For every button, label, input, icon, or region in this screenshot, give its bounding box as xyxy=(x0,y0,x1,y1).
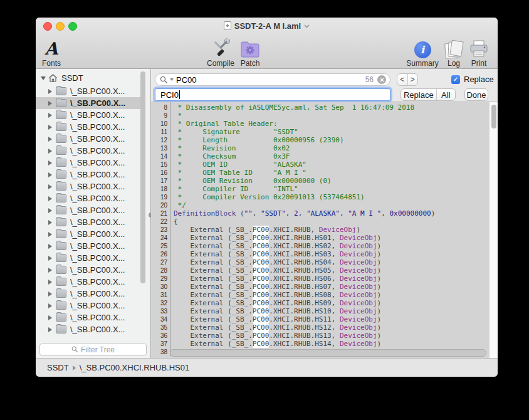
folder-icon xyxy=(56,230,66,238)
match-count: 56 xyxy=(365,75,374,84)
tree-item-label: \_SB.PC00.X... xyxy=(70,277,125,286)
disclosure-triangle-icon[interactable] xyxy=(48,232,52,237)
code-line: 20 */ xyxy=(151,201,498,209)
disclosure-triangle-icon[interactable] xyxy=(48,220,52,225)
line-number: 19 xyxy=(151,193,170,201)
tree-item[interactable]: \_SB.PC00.X... xyxy=(36,145,142,157)
folder-icon xyxy=(56,302,66,310)
fonts-button[interactable]: A Fonts xyxy=(37,35,66,68)
vertical-scrollbar[interactable] xyxy=(489,102,498,358)
disclosure-triangle-icon[interactable] xyxy=(48,113,52,118)
tree-item[interactable]: \_SB.PC00.X... xyxy=(36,312,142,323)
tree-item[interactable]: \_SB.PC00.X... xyxy=(36,181,142,192)
code-line: 28 External (_SB_.PC00.XHCI.RHUB.HS05, D… xyxy=(151,266,498,275)
line-number: 29 xyxy=(151,275,170,283)
tree-item-label: \_SB.PC00.X... xyxy=(70,98,125,108)
disclosure-triangle-icon[interactable] xyxy=(48,101,52,106)
tree-item[interactable]: \_SB.PC00.X... xyxy=(36,204,142,216)
disclosure-triangle-icon[interactable] xyxy=(48,208,52,213)
folder-icon xyxy=(56,135,66,143)
log-button[interactable]: Log xyxy=(441,35,466,68)
tree-item[interactable]: \_SB.PC00.X... xyxy=(36,228,142,240)
disclosure-triangle-icon[interactable] xyxy=(48,184,52,189)
filter-tree-input[interactable]: Filter Tree xyxy=(39,343,147,356)
disclosure-triangle-icon[interactable] xyxy=(48,89,52,94)
disclosure-triangle-icon[interactable] xyxy=(48,268,52,273)
tree-item-label: \_SB.PC00.X... xyxy=(70,289,125,298)
disclosure-triangle-icon[interactable] xyxy=(48,172,52,177)
folder-icon xyxy=(56,313,66,322)
next-match-button[interactable]: > xyxy=(408,74,418,85)
tree-item[interactable]: \_SB.PC00.X... xyxy=(36,169,142,181)
disclosure-triangle-icon[interactable] xyxy=(48,149,52,154)
disclosure-triangle-icon[interactable] xyxy=(48,244,52,249)
line-number: 23 xyxy=(151,226,170,234)
window-header: SSDT-2-A M I.aml A Fonts Compile xyxy=(36,18,498,69)
horizontal-scrollbar-thumb[interactable] xyxy=(170,349,486,357)
disclosure-triangle-icon[interactable] xyxy=(48,280,52,285)
titlebar[interactable]: SSDT-2-A M I.aml xyxy=(36,18,498,34)
tree-item-label: \_SB.PC00.X... xyxy=(70,325,125,334)
previous-match-button[interactable]: < xyxy=(397,74,408,85)
done-button[interactable]: Done xyxy=(464,88,488,101)
search-match-highlight: PC00 xyxy=(253,258,270,266)
disclosure-triangle-icon[interactable] xyxy=(48,125,52,130)
title-chevron-down-icon[interactable] xyxy=(304,24,310,28)
search-input[interactable]: PC00 56 xyxy=(155,73,390,86)
disclosure-triangle-icon[interactable] xyxy=(48,160,52,165)
tree-item[interactable]: \_SB.PC00.X... xyxy=(36,133,142,145)
replace-button[interactable]: Replace xyxy=(401,89,437,100)
tree-item-label: \_SB.PC00.X... xyxy=(70,313,125,322)
tree-item-label: \_SB.PC00.X... xyxy=(70,218,125,227)
tree-item[interactable]: \_SB.PC00.X... xyxy=(36,157,142,169)
patch-button[interactable]: Patch xyxy=(235,35,265,68)
line-number: 10 xyxy=(151,120,170,128)
disclosure-triangle-icon[interactable] xyxy=(48,327,52,332)
disclosure-triangle-icon[interactable] xyxy=(48,196,52,201)
tree-root-item[interactable]: SSDT xyxy=(36,72,142,84)
tree-item[interactable]: \_SB.PC00.X... xyxy=(36,264,142,276)
tree-item[interactable]: \_SB.PC00.X... xyxy=(36,216,142,228)
replace-input[interactable]: PCI0 xyxy=(155,88,390,101)
search-icon[interactable] xyxy=(160,76,168,84)
clear-search-button[interactable] xyxy=(377,75,386,84)
tree-item[interactable]: \_SB.PC00.X... xyxy=(36,276,142,288)
vertical-scrollbar-thumb[interactable] xyxy=(491,105,496,129)
window-title: SSDT-2-A M I.aml xyxy=(234,21,301,31)
line-number: 14 xyxy=(151,152,170,160)
code-line: 12 * Length 0x00000956 (2390) xyxy=(151,136,498,144)
compile-button[interactable]: Compile xyxy=(203,35,238,68)
summary-button[interactable]: i Summary xyxy=(402,35,443,68)
disclosure-triangle-icon[interactable] xyxy=(48,291,52,297)
folder-icon xyxy=(56,99,66,107)
ssdt-tree[interactable]: SSDT \_SB.PC00.X...\_SB.PC00.X...\_SB.PC… xyxy=(36,69,150,343)
replace-checkbox[interactable]: ✓ xyxy=(451,75,460,84)
sidebar-scrollbar[interactable] xyxy=(140,71,145,283)
status-path-root[interactable]: SSDT xyxy=(47,363,69,372)
tree-item[interactable]: \_SB.PC00.X... xyxy=(36,85,142,97)
tree-item[interactable]: \_SB.PC00.X... xyxy=(36,288,142,300)
code-line: 9 * xyxy=(151,112,498,120)
line-number: 20 xyxy=(151,201,170,209)
tree-item[interactable]: \_SB.PC00.X... xyxy=(36,323,142,335)
disclosure-triangle-icon[interactable] xyxy=(41,76,46,80)
tree-item[interactable]: \_SB.PC00.X... xyxy=(36,240,142,252)
tree-item[interactable]: \_SB.PC00.X... xyxy=(36,192,142,204)
code-editor[interactable]: 7 *8 * Disassembly of iASLQME5yc.aml, Sa… xyxy=(151,102,498,358)
document-proxy-icon[interactable] xyxy=(224,21,231,30)
disclosure-triangle-icon[interactable] xyxy=(48,256,52,261)
line-number: 8 xyxy=(151,103,170,112)
print-button[interactable]: Print xyxy=(466,35,491,68)
tree-item[interactable]: \_SB.PC00.X... xyxy=(36,252,142,264)
tree-item[interactable]: \_SB.PC00.X... xyxy=(36,97,142,109)
tree-item[interactable]: \_SB.PC00.X... xyxy=(36,109,142,121)
tree-item-label: \_SB.PC00.X... xyxy=(70,182,125,191)
disclosure-triangle-icon[interactable] xyxy=(48,137,52,142)
tree-item[interactable]: \_SB.PC00.X... xyxy=(36,121,142,133)
search-options-chevron-icon[interactable] xyxy=(170,78,174,81)
replace-all-button[interactable]: All xyxy=(437,89,455,100)
status-path-node[interactable]: \_SB.PC00.XHCI.RHUB.HS01 xyxy=(80,363,190,372)
disclosure-triangle-icon[interactable] xyxy=(48,315,52,320)
tree-item[interactable]: \_SB.PC00.X... xyxy=(36,300,142,312)
disclosure-triangle-icon[interactable] xyxy=(48,303,52,308)
